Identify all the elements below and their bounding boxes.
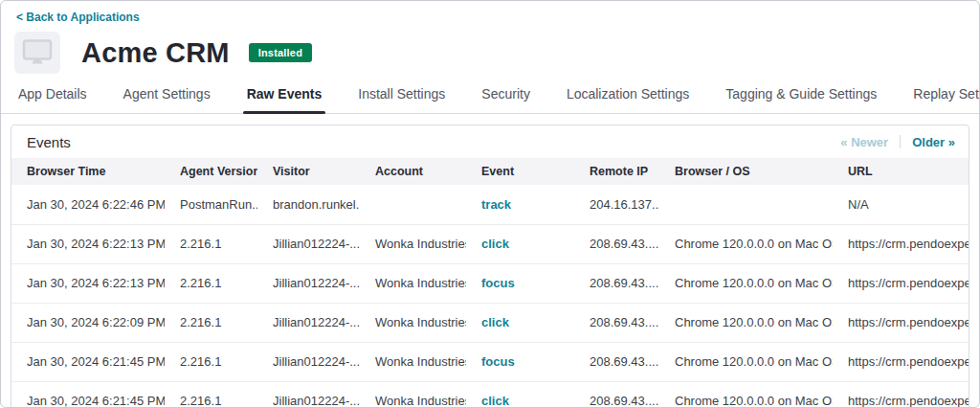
cell-event: focus xyxy=(466,342,574,381)
event-link[interactable]: click xyxy=(481,237,509,251)
column-header-url: URL xyxy=(833,158,969,185)
cell-event: click xyxy=(466,381,574,408)
cell-url: https://crm.pendoexperien xyxy=(833,303,969,342)
column-header-visitor: Visitor xyxy=(257,158,360,185)
events-table-body: Jan 30, 2024 6:22:46 PM ...PostmanRun...… xyxy=(11,185,969,408)
cell-url: https://crm.pendoexperien xyxy=(833,263,969,303)
column-header-event: Event xyxy=(466,158,574,185)
cell-remote-ip: 208.69.43.... xyxy=(574,381,659,408)
chevrons-left-icon: « xyxy=(840,135,847,149)
cell-remote-ip: 208.69.43.... xyxy=(574,263,659,303)
cell-browser-os: Chrome 120.0.0.0 on Mac OS xyxy=(659,342,833,381)
older-button-label: Older xyxy=(912,135,945,149)
cell-event: track xyxy=(466,185,574,224)
cell-browser-time: Jan 30, 2024 6:21:45 PM ... xyxy=(11,342,165,381)
cell-agent-version: 2.216.1 xyxy=(165,381,257,408)
cell-browser-os: Chrome 120.0.0.0 on Mac OS xyxy=(659,303,833,342)
cell-url: https://crm.pendoexperien xyxy=(833,381,969,408)
cell-browser-os xyxy=(659,185,833,224)
cell-agent-version: PostmanRun... xyxy=(165,185,257,224)
event-link[interactable]: focus xyxy=(481,354,515,369)
newer-button-label: Newer xyxy=(851,135,888,149)
table-row: Jan 30, 2024 6:22:09 PM ...2.216.1Jillia… xyxy=(11,303,969,342)
cell-browser-time: Jan 30, 2024 6:22:13 PM ... xyxy=(11,224,165,263)
cell-browser-time: Jan 30, 2024 6:21:45 PM ... xyxy=(11,381,165,408)
chevrons-right-icon: » xyxy=(948,135,955,149)
cell-browser-os: Chrome 120.0.0.0 on Mac OS xyxy=(659,224,833,263)
tab-app-details[interactable]: App Details xyxy=(18,86,87,113)
events-panel: Events « Newer Older » Browser TimeAgent… xyxy=(11,125,969,408)
table-row: Jan 30, 2024 6:22:13 PM ...2.216.1Jillia… xyxy=(11,224,969,263)
cell-visitor: brandon.runkel... xyxy=(257,185,360,224)
newer-button[interactable]: « Newer xyxy=(840,135,888,149)
cell-account: Wonka Industries xyxy=(360,381,466,408)
column-header-account: Account xyxy=(360,158,466,185)
cell-account: Wonka Industries xyxy=(360,263,466,303)
cell-agent-version: 2.216.1 xyxy=(165,263,257,303)
tab-security[interactable]: Security xyxy=(481,86,530,113)
tab-replay-settings[interactable]: Replay Settings xyxy=(913,86,980,113)
cell-agent-version: 2.216.1 xyxy=(165,342,257,381)
cell-browser-time: Jan 30, 2024 6:22:09 PM ... xyxy=(11,303,165,342)
event-link[interactable]: focus xyxy=(481,276,515,290)
cell-browser-time: Jan 30, 2024 6:22:46 PM ... xyxy=(11,185,165,224)
cell-url: https://crm.pendoexperien xyxy=(833,224,969,263)
cell-agent-version: 2.216.1 xyxy=(165,303,257,342)
cell-account: Wonka Industries xyxy=(360,342,466,381)
cell-url: https://crm.pendoexperien xyxy=(833,342,969,381)
table-row: Jan 30, 2024 6:22:46 PM ...PostmanRun...… xyxy=(11,185,969,224)
table-row: Jan 30, 2024 6:22:13 PM ...2.216.1Jillia… xyxy=(11,263,969,303)
installed-status-badge: Installed xyxy=(249,43,312,62)
tab-agent-settings[interactable]: Agent Settings xyxy=(123,86,211,113)
column-header-browser-time: Browser Time xyxy=(11,158,165,185)
cell-account xyxy=(360,185,466,224)
column-header-remote-ip: Remote IP xyxy=(574,158,659,185)
cell-visitor: Jillian012224-... xyxy=(257,381,360,408)
pagination: « Newer Older » xyxy=(840,135,955,149)
events-table: Browser TimeAgent VersionVisitorAccountE… xyxy=(11,158,969,408)
cell-url: N/A xyxy=(833,185,969,224)
cell-event: click xyxy=(466,303,574,342)
cell-browser-os: Chrome 120.0.0.0 on Mac OS xyxy=(659,381,833,408)
monitor-icon xyxy=(22,38,53,67)
cell-account: Wonka Industries xyxy=(360,224,466,263)
tab-tagging-guide-settings[interactable]: Tagging & Guide Settings xyxy=(725,86,877,113)
events-table-head: Browser TimeAgent VersionVisitorAccountE… xyxy=(11,158,969,185)
cell-visitor: Jillian012224-... xyxy=(257,263,360,303)
tab-raw-events[interactable]: Raw Events xyxy=(247,86,323,113)
cell-visitor: Jillian012224-... xyxy=(257,342,360,381)
cell-remote-ip: 204.16.137... xyxy=(574,185,659,224)
pagination-divider xyxy=(900,135,901,148)
tab-bar: App DetailsAgent SettingsRaw EventsInsta… xyxy=(1,86,979,114)
app-header: Acme CRM Installed xyxy=(14,31,979,75)
table-row: Jan 30, 2024 6:21:45 PM ...2.216.1Jillia… xyxy=(11,381,969,408)
cell-account: Wonka Industries xyxy=(360,303,466,342)
page-title: Acme CRM xyxy=(81,37,230,69)
back-to-applications-link[interactable]: < Back to Applications xyxy=(16,11,140,24)
tab-install-settings[interactable]: Install Settings xyxy=(358,86,445,113)
cell-browser-time: Jan 30, 2024 6:22:13 PM ... xyxy=(11,263,165,303)
events-panel-title: Events xyxy=(27,134,71,150)
cell-event: click xyxy=(466,224,574,263)
cell-event: focus xyxy=(466,263,574,303)
app-icon xyxy=(14,32,60,74)
cell-remote-ip: 208.69.43.... xyxy=(574,342,659,381)
column-header-agent-version: Agent Version xyxy=(165,158,257,185)
cell-remote-ip: 208.69.43.... xyxy=(574,303,659,342)
column-header-browser-os: Browser / OS xyxy=(659,158,833,185)
cell-agent-version: 2.216.1 xyxy=(165,224,257,263)
cell-visitor: Jillian012224-... xyxy=(257,303,360,342)
event-link[interactable]: track xyxy=(481,197,511,212)
cell-remote-ip: 208.69.43.... xyxy=(574,224,659,263)
tab-localization-settings[interactable]: Localization Settings xyxy=(567,86,689,113)
events-panel-header: Events « Newer Older » xyxy=(11,125,969,158)
header-row: Browser TimeAgent VersionVisitorAccountE… xyxy=(11,158,969,185)
older-button[interactable]: Older » xyxy=(912,135,955,149)
cell-browser-os: Chrome 120.0.0.0 on Mac OS xyxy=(659,263,833,303)
event-link[interactable]: click xyxy=(481,394,509,408)
cell-visitor: Jillian012224-... xyxy=(257,224,360,263)
table-row: Jan 30, 2024 6:21:45 PM ...2.216.1Jillia… xyxy=(11,342,969,381)
event-link[interactable]: click xyxy=(481,315,509,329)
